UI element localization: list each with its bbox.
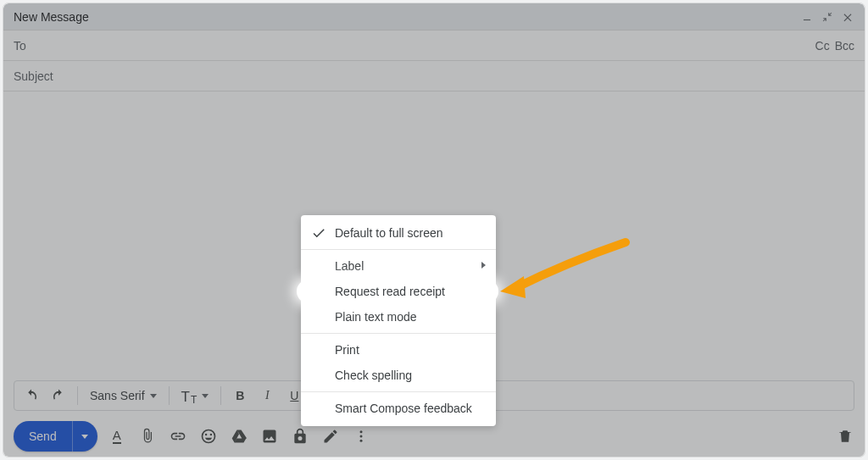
- lock-clock-icon: [292, 428, 309, 445]
- formatting-a-icon: A: [113, 429, 121, 444]
- redo-icon: [51, 388, 66, 403]
- annotation-highlight-pill[interactable]: Request read receipt: [297, 280, 498, 303]
- check-icon: [311, 225, 326, 241]
- insert-emoji-button[interactable]: [199, 427, 218, 446]
- highlight-label: Request read receipt: [335, 285, 445, 298]
- bcc-toggle[interactable]: Bcc: [835, 39, 854, 53]
- to-field-row[interactable]: To Cc Bcc: [3, 30, 865, 61]
- insert-drive-button[interactable]: [230, 427, 248, 446]
- menu-item-label: Plain text mode: [335, 310, 417, 324]
- cc-toggle[interactable]: Cc: [815, 39, 830, 53]
- emoji-icon: [200, 428, 217, 445]
- menu-item-smart-compose-feedback[interactable]: Smart Compose feedback: [301, 396, 496, 421]
- bold-button[interactable]: B: [228, 384, 252, 407]
- pen-icon: [322, 428, 339, 445]
- exit-fullscreen-button[interactable]: [819, 8, 836, 25]
- exit-fullscreen-icon: [821, 11, 833, 23]
- link-icon: [170, 428, 186, 445]
- menu-item-check-spelling[interactable]: Check spelling: [301, 363, 496, 388]
- italic-button[interactable]: I: [255, 384, 279, 407]
- menu-item-plain-text-mode[interactable]: Plain text mode: [301, 304, 496, 330]
- menu-item-print[interactable]: Print: [301, 337, 496, 363]
- minimize-icon: [801, 11, 813, 23]
- redo-button[interactable]: [47, 384, 70, 407]
- send-split-button: Send: [14, 421, 97, 452]
- svg-point-3: [359, 440, 362, 442]
- font-size-icon: TT: [181, 387, 198, 404]
- svg-point-2: [359, 435, 362, 438]
- menu-item-label[interactable]: Label: [301, 253, 496, 279]
- chevron-down-icon: [81, 435, 88, 439]
- menu-item-label: Label: [335, 259, 364, 273]
- subject-field-row[interactable]: [3, 61, 865, 91]
- formatting-options-button[interactable]: A: [108, 427, 126, 446]
- menu-item-default-fullscreen[interactable]: Default to full screen: [301, 220, 496, 246]
- minimize-button[interactable]: [798, 8, 815, 25]
- more-options-menu: Default to full screen Label Request rea…: [301, 215, 496, 426]
- insert-link-button[interactable]: [169, 427, 187, 446]
- send-options-button[interactable]: [72, 421, 97, 452]
- to-label: To: [14, 39, 26, 53]
- undo-icon: [24, 388, 39, 403]
- font-family-select[interactable]: Sans Serif: [85, 384, 162, 407]
- close-button[interactable]: [839, 8, 856, 25]
- drive-icon: [231, 428, 248, 445]
- chevron-down-icon: [202, 394, 209, 398]
- chevron-right-icon: [481, 262, 486, 269]
- kebab-icon: [353, 429, 369, 444]
- window-title: New Message: [14, 10, 89, 24]
- paperclip-icon: [139, 428, 156, 445]
- svg-point-1: [359, 430, 362, 433]
- compose-action-icons: A: [108, 427, 370, 446]
- confidential-mode-button[interactable]: [291, 427, 309, 446]
- image-icon: [261, 428, 278, 445]
- attach-file-button[interactable]: [138, 427, 157, 446]
- insert-signature-button[interactable]: [321, 427, 340, 446]
- trash-icon: [837, 428, 854, 445]
- subject-input[interactable]: [14, 69, 854, 83]
- close-icon: [842, 11, 854, 23]
- discard-draft-button[interactable]: [836, 427, 854, 446]
- more-options-button[interactable]: [352, 427, 370, 446]
- svg-rect-0: [804, 19, 810, 19]
- font-family-label: Sans Serif: [90, 389, 145, 402]
- menu-item-label: Default to full screen: [335, 226, 443, 240]
- menu-item-label: Check spelling: [335, 369, 412, 382]
- menu-item-label: Smart Compose feedback: [335, 402, 472, 415]
- insert-photo-button[interactable]: [260, 427, 279, 446]
- titlebar: New Message: [3, 3, 865, 30]
- font-size-select[interactable]: TT: [176, 384, 214, 407]
- undo-button[interactable]: [19, 384, 43, 407]
- send-button[interactable]: Send: [14, 421, 72, 452]
- menu-item-label: Print: [335, 343, 359, 357]
- chevron-down-icon: [150, 394, 157, 398]
